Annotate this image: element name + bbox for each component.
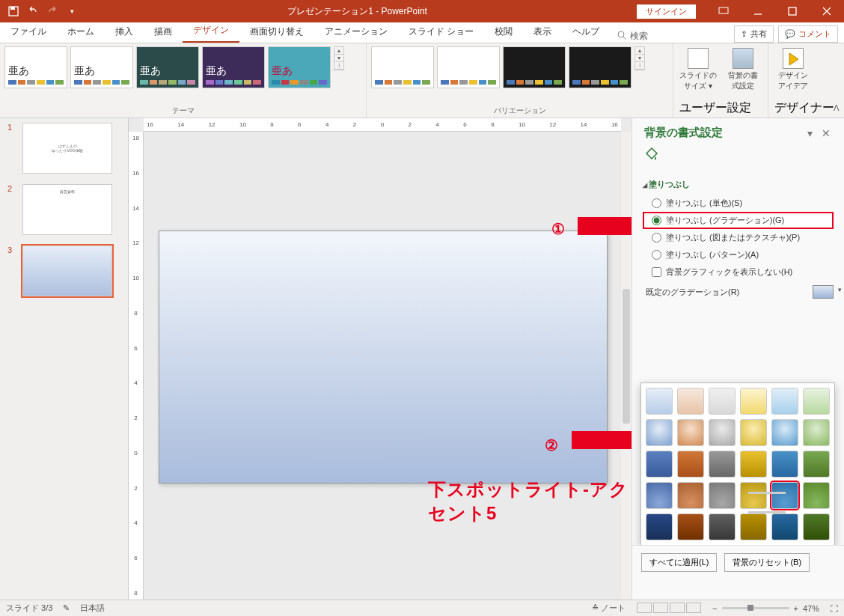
tab-design[interactable]: デザイン bbox=[183, 19, 239, 43]
maximize-icon[interactable] bbox=[775, 0, 810, 22]
gradient-preset[interactable] bbox=[646, 513, 673, 540]
gradient-preset[interactable] bbox=[740, 482, 767, 509]
language-label[interactable]: 日本語 bbox=[80, 603, 105, 614]
gradient-preset[interactable] bbox=[677, 482, 704, 509]
gradient-preset[interactable] bbox=[740, 451, 767, 478]
tab-view[interactable]: 表示 bbox=[523, 21, 562, 43]
slide-thumb-2[interactable]: 経営資料 bbox=[22, 184, 112, 235]
gradient-preset[interactable] bbox=[771, 388, 798, 415]
radio-picture[interactable]: 塗りつぶし (図またはテクスチャ)(P) bbox=[643, 229, 834, 246]
gradient-preset[interactable] bbox=[740, 419, 767, 446]
variation-gallery-scroll[interactable]: ▴▾⁝ bbox=[634, 46, 645, 70]
gradient-preset[interactable] bbox=[677, 419, 704, 446]
gradient-preset[interactable] bbox=[803, 451, 830, 478]
gradient-preset[interactable] bbox=[771, 419, 798, 446]
brightness-slider[interactable] bbox=[748, 511, 786, 513]
gradient-preset[interactable] bbox=[677, 451, 704, 478]
radio-solid[interactable]: 塗りつぶし (単色)(S) bbox=[643, 195, 834, 212]
format-background-button[interactable]: 背景の書 式設定 bbox=[724, 48, 762, 100]
gradient-preset[interactable] bbox=[771, 482, 798, 509]
tab-draw[interactable]: 描画 bbox=[144, 21, 183, 43]
slide-counter[interactable]: スライド 3/3 bbox=[6, 603, 52, 614]
tab-home[interactable]: ホーム bbox=[57, 21, 105, 43]
tab-slideshow[interactable]: スライド ショー bbox=[398, 21, 484, 43]
vertical-scrollbar[interactable] bbox=[621, 132, 632, 600]
gradient-preset[interactable] bbox=[709, 482, 736, 509]
gradient-preset[interactable] bbox=[803, 513, 830, 540]
preset-gradient-label: 既定のグラデーション(R) bbox=[646, 287, 807, 298]
apply-all-button[interactable]: すべてに適用(L) bbox=[641, 553, 717, 572]
share-button[interactable]: ⇪共有 bbox=[734, 25, 774, 43]
gradient-preset[interactable] bbox=[740, 388, 767, 415]
undo-icon[interactable] bbox=[27, 5, 39, 17]
tab-insert[interactable]: 挿入 bbox=[105, 21, 144, 43]
gradient-preset[interactable] bbox=[709, 388, 736, 415]
gradient-preset[interactable] bbox=[677, 388, 704, 415]
close-icon[interactable] bbox=[810, 0, 844, 22]
annotation-number-2: ② bbox=[545, 436, 558, 454]
gradient-preset[interactable] bbox=[709, 513, 736, 540]
variation-thumb[interactable] bbox=[503, 46, 566, 88]
tab-transitions[interactable]: 画面切り替え bbox=[239, 21, 314, 43]
gradient-preset[interactable] bbox=[803, 388, 830, 415]
gradient-preset[interactable] bbox=[709, 419, 736, 446]
window-title: プレゼンテーション1 - PowerPoint bbox=[78, 5, 637, 18]
fill-bucket-icon[interactable] bbox=[644, 146, 659, 161]
minimize-icon[interactable] bbox=[741, 0, 775, 22]
collapse-ribbon-icon[interactable]: ᐱ bbox=[834, 103, 840, 113]
tab-animations[interactable]: アニメーション bbox=[314, 21, 398, 43]
view-buttons[interactable] bbox=[636, 603, 702, 615]
svg-line-8 bbox=[623, 37, 626, 40]
variation-thumb[interactable] bbox=[371, 46, 434, 88]
slide-canvas[interactable] bbox=[159, 231, 608, 484]
variation-thumb[interactable] bbox=[569, 46, 632, 88]
radio-pattern[interactable]: 塗りつぶし (パターン)(A) bbox=[643, 246, 834, 263]
group-label-usersettings: ユーザー設定 bbox=[679, 100, 762, 116]
pane-close-icon[interactable]: ✕ bbox=[817, 127, 835, 139]
reset-bg-button[interactable]: 背景のリセット(B) bbox=[724, 553, 810, 572]
gradient-preset[interactable] bbox=[646, 419, 673, 446]
theme-thumb[interactable]: 亜あ bbox=[70, 46, 133, 88]
tab-help[interactable]: ヘルプ bbox=[562, 21, 610, 43]
notes-button[interactable]: ≙ ノート bbox=[592, 603, 626, 614]
ribbon-display-icon[interactable] bbox=[706, 0, 741, 22]
gradient-preset[interactable] bbox=[677, 513, 704, 540]
theme-gallery-scroll[interactable]: ▴▾⁝ bbox=[334, 46, 344, 70]
slide-thumb-1[interactable]: はずふえのゆったりVOO体験 bbox=[22, 123, 112, 174]
transparency-slider[interactable] bbox=[748, 492, 786, 494]
fit-window-icon[interactable]: ⛶ bbox=[830, 604, 838, 613]
comment-button[interactable]: 💬コメント bbox=[778, 25, 838, 43]
slide-size-button[interactable]: スライドの サイズ ▾ bbox=[679, 48, 717, 100]
variation-thumb[interactable] bbox=[437, 46, 500, 88]
preset-gradient-dropdown[interactable] bbox=[813, 285, 834, 299]
radio-gradient[interactable]: 塗りつぶし (グラデーション)(G) bbox=[643, 212, 834, 229]
theme-thumb[interactable]: 亜あ bbox=[4, 46, 67, 88]
qat-dropdown-icon[interactable]: ▾ bbox=[66, 5, 78, 17]
gradient-preset[interactable] bbox=[740, 513, 767, 540]
redo-icon[interactable] bbox=[46, 5, 58, 17]
checkbox-hide-bg-graphics[interactable]: 背景グラフィックを表示しない(H) bbox=[643, 263, 834, 281]
gradient-preset[interactable] bbox=[646, 388, 673, 415]
spellcheck-icon[interactable]: ✎ bbox=[63, 603, 70, 613]
theme-thumb[interactable]: 亜あ bbox=[136, 46, 199, 88]
svg-rect-4 bbox=[789, 7, 796, 15]
section-fill[interactable]: 塗りつぶし bbox=[643, 173, 834, 195]
signin-button[interactable]: サインイン bbox=[637, 4, 696, 19]
save-icon[interactable] bbox=[7, 5, 19, 17]
gradient-preset[interactable] bbox=[771, 451, 798, 478]
gradient-preset[interactable] bbox=[803, 482, 830, 509]
gradient-preset[interactable] bbox=[771, 513, 798, 540]
gradient-preset[interactable] bbox=[803, 419, 830, 446]
pane-options-icon[interactable]: ▾ bbox=[803, 127, 817, 139]
tab-file[interactable]: ファイル bbox=[0, 21, 57, 43]
tab-review[interactable]: 校閲 bbox=[484, 21, 523, 43]
gradient-preset[interactable] bbox=[709, 451, 736, 478]
search-box[interactable]: 検索 bbox=[610, 30, 655, 43]
gradient-preset[interactable] bbox=[646, 451, 673, 478]
theme-thumb[interactable]: 亜あ bbox=[202, 46, 265, 88]
zoom-control[interactable]: − + 47% bbox=[712, 604, 819, 613]
theme-thumb[interactable]: 亜あ bbox=[268, 46, 331, 88]
design-ideas-button[interactable]: デザイン アイデア bbox=[774, 48, 812, 100]
gradient-preset[interactable] bbox=[646, 482, 673, 509]
slide-thumb-3[interactable] bbox=[22, 246, 112, 296]
